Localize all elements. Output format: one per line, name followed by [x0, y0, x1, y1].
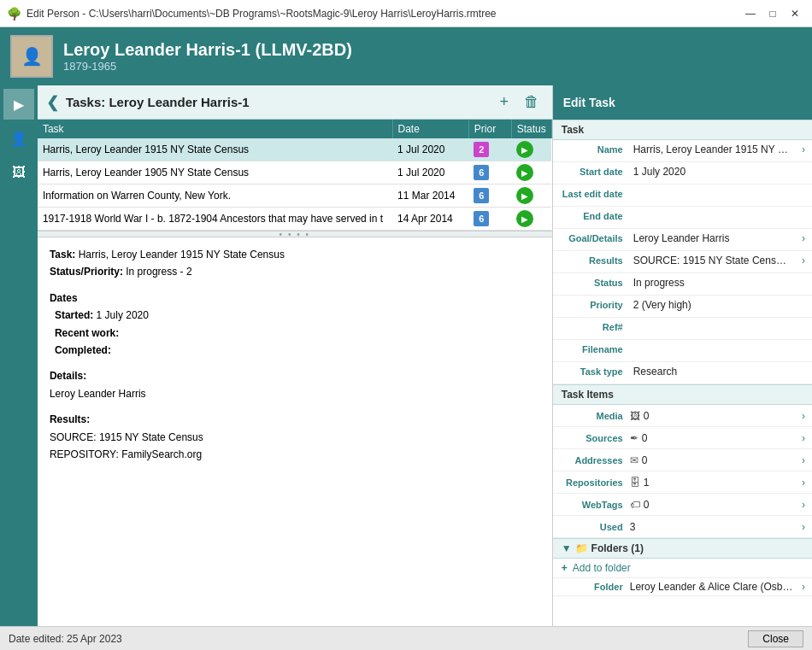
task-item-label: Media: [553, 411, 630, 421]
maximize-button[interactable]: □: [762, 3, 783, 24]
priority-cell: 6: [468, 161, 511, 184]
task-item-label: WebTags: [553, 500, 630, 510]
field-value: Harris, Leroy Leander 1915 NY State Ce: [630, 140, 795, 159]
task-items-section-label: Task Items: [553, 384, 812, 405]
field-row: Priority2 (Very high): [553, 296, 812, 318]
folder-label: Folder: [553, 582, 630, 592]
task-item-count: 1: [644, 477, 795, 489]
delete-task-button[interactable]: 🗑: [520, 91, 544, 114]
add-task-button[interactable]: +: [492, 91, 516, 114]
field-label: Priority: [553, 296, 630, 313]
task-item-icon: 🗄: [630, 477, 640, 489]
task-cell: Information on Warren County, New York.: [38, 184, 392, 208]
person-header: 👤 Leroy Leander Harris-1 (LLMV-2BD) 1879…: [0, 27, 812, 85]
folder-toggle-icon[interactable]: ▼: [562, 542, 572, 554]
back-button[interactable]: ❮: [46, 93, 59, 112]
sidebar-item-media[interactable]: 🖼: [3, 157, 34, 188]
field-value: [630, 340, 812, 347]
title-bar: 🌳 Edit Person - C:\Users\harri\Documents…: [0, 0, 812, 27]
field-arrow-icon[interactable]: ›: [795, 251, 812, 266]
status-play-icon[interactable]: ▶: [516, 164, 533, 181]
task-section-label: Task: [553, 120, 812, 140]
col-header-prior: Prior: [468, 120, 511, 138]
avatar: 👤: [10, 35, 53, 78]
panel-resizer[interactable]: • • • •: [38, 231, 552, 237]
status-play-icon[interactable]: ▶: [516, 210, 533, 227]
field-row: Task typeResearch: [553, 362, 812, 384]
started-row: Started: 1 July 2020: [50, 307, 540, 324]
task-item-count: 0: [642, 454, 795, 466]
task-item-label: Sources: [553, 433, 630, 443]
task-item-arrow-icon[interactable]: ›: [795, 499, 812, 511]
status-priority-value: In progress - 2: [126, 266, 191, 278]
field-value: In progress: [630, 273, 812, 292]
field-label: Ref#: [553, 318, 630, 336]
task-name-value: Harris, Leroy Leander 1915 NY State Cens…: [79, 249, 285, 261]
task-item-row: Sources✒0›: [553, 427, 812, 449]
task-item-label: Addresses: [553, 455, 630, 466]
task-item-arrow-icon[interactable]: ›: [795, 521, 812, 533]
tasks-table: Task Date Prior Status Harris, Leroy Lea…: [38, 120, 552, 231]
sidebar-item-play[interactable]: ▶: [3, 89, 34, 120]
recent-work-row: Recent work:: [50, 325, 540, 342]
field-arrow-icon[interactable]: ›: [795, 140, 812, 155]
task-item-arrow-icon[interactable]: ›: [795, 410, 812, 422]
table-row[interactable]: 1917-1918 World War I - b. 1872-1904 Anc…: [38, 208, 551, 231]
table-header-row: Task Date Prior Status: [38, 120, 551, 138]
sidebar: ▶ 👤 🖼: [0, 85, 38, 626]
task-item-row: Repositories🗄1›: [553, 471, 812, 494]
field-label: Status: [553, 273, 630, 291]
window-close-button[interactable]: ✕: [785, 3, 805, 24]
details-value: Leroy Leander Harris: [50, 385, 540, 402]
task-item-row: WebTags🏷0›: [553, 494, 812, 516]
field-label: End date: [553, 207, 630, 225]
task-item-label: Repositories: [553, 477, 630, 488]
task-label: Task:: [50, 249, 75, 261]
table-row[interactable]: Harris, Leroy Leander 1905 NY State Cens…: [38, 161, 551, 184]
field-value: 1 July 2020: [630, 162, 812, 181]
field-row: StatusIn progress: [553, 273, 812, 296]
col-header-task: Task: [38, 120, 392, 138]
field-row: Filename: [553, 340, 812, 362]
right-panel: Edit Task Task NameHarris, Leroy Leander…: [553, 85, 812, 626]
tasks-title: Tasks: Leroy Leander Harris-1: [66, 95, 489, 109]
date-cell: 11 Mar 2014: [392, 184, 468, 208]
col-header-date: Date: [392, 120, 468, 138]
field-label: Task type: [553, 362, 630, 380]
status-cell: ▶: [511, 184, 551, 208]
priority-cell: 2: [468, 138, 511, 161]
status-play-icon[interactable]: ▶: [516, 187, 533, 204]
table-row[interactable]: Harris, Leroy Leander 1915 NY State Cens…: [38, 138, 551, 161]
task-item-arrow-icon[interactable]: ›: [795, 454, 812, 466]
field-arrow-icon[interactable]: ›: [795, 229, 812, 244]
status-play-icon[interactable]: ▶: [516, 141, 533, 158]
task-item-count: 0: [644, 410, 795, 422]
task-item-count: 0: [642, 432, 795, 444]
sidebar-item-person[interactable]: 👤: [3, 123, 34, 154]
folder-icon: 📁: [575, 542, 588, 554]
task-item-arrow-icon[interactable]: ›: [795, 477, 812, 489]
table-row[interactable]: Information on Warren County, New York.1…: [38, 184, 551, 208]
minimize-button[interactable]: —: [740, 3, 761, 24]
field-label: Results: [553, 251, 630, 269]
add-to-folder-button[interactable]: + Add to folder: [553, 559, 812, 578]
tasks-table-wrapper: Task Date Prior Status Harris, Leroy Lea…: [38, 120, 552, 231]
task-item-arrow-icon[interactable]: ›: [795, 432, 812, 444]
folder-arrow[interactable]: ›: [795, 581, 812, 593]
main-container: 👤 Leroy Leander Harris-1 (LLMV-2BD) 1879…: [0, 27, 812, 650]
task-item-label: Used: [553, 522, 630, 532]
task-item-row: Used3›: [553, 516, 812, 538]
field-row: Goal/DetailsLeroy Leander Harris›: [553, 229, 812, 251]
field-row: ResultsSOURCE: 1915 NY State Census...›: [553, 251, 812, 273]
close-button[interactable]: Close: [748, 630, 803, 647]
completed-row: Completed:: [50, 342, 540, 359]
status-text: Date edited: 25 Apr 2023: [9, 633, 122, 645]
field-row: Start date1 July 2020: [553, 162, 812, 184]
field-value: Leroy Leander Harris: [630, 229, 795, 248]
detail-pane: Task: Harris, Leroy Leander 1915 NY Stat…: [38, 237, 552, 626]
field-value: SOURCE: 1915 NY State Census...: [630, 251, 795, 270]
fields-container: NameHarris, Leroy Leander 1915 NY State …: [553, 140, 812, 384]
field-value: Research: [630, 362, 812, 381]
field-label: Goal/Details: [553, 229, 630, 247]
status-cell: ▶: [511, 161, 551, 184]
